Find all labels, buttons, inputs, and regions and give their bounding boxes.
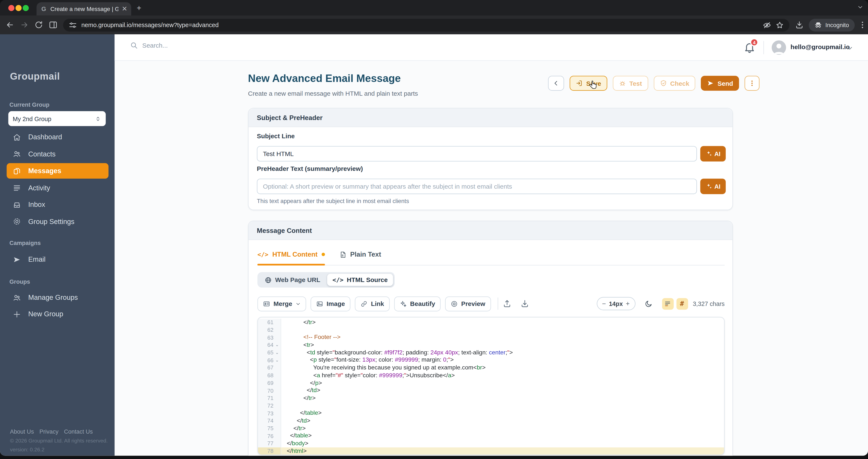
editor-line[interactable]: 73 </table> [258,409,724,417]
user-email[interactable]: hello@groupmail.io [790,44,850,50]
search-placeholder: Search... [142,42,167,49]
beautify-button[interactable]: Beautify [394,296,440,311]
link-icon [361,300,368,307]
editor-line-code: </p> [281,379,322,387]
word-wrap-button[interactable] [662,298,674,309]
search-input[interactable]: Search... [130,41,168,49]
code-editor[interactable]: 61 </tr>6263 <!-- Footer -->64⌄ <tr>65⌄ … [257,317,725,455]
back-icon[interactable] [5,21,14,29]
sidebar-item-messages[interactable]: Messages [6,163,108,179]
sidebar-item-email[interactable]: Email [6,252,108,267]
font-size-stepper[interactable]: − 14px + [596,297,635,310]
ai-label: AI [714,151,720,157]
groupmail-logo[interactable]: Groupmail [10,71,60,83]
tab-close-icon[interactable]: ✕ [122,5,127,12]
sidebar-item-new-group[interactable]: New Group [6,306,108,322]
dark-mode-icon[interactable] [644,300,652,308]
sidebar-item-activity[interactable]: Activity [6,180,108,195]
editor-line[interactable]: 65⌄ <td style="background-color: #f9f7f2… [258,349,724,357]
tab-plain-text[interactable]: Plain Text [339,251,381,258]
check-label: Check [670,80,689,87]
html-source-toggle[interactable]: </> HTML Source [327,274,393,286]
editor-line[interactable]: 70 </td> [258,387,724,394]
more-actions-button[interactable] [745,76,760,91]
fold-chevron-icon[interactable]: ⌄ [273,350,281,355]
tab-search-chevron-icon[interactable] [857,4,864,10]
browser-window: G Create a new Message | Grou ✕ + nemo.g… [0,0,868,459]
editor-line[interactable]: 74 </td> [258,417,724,425]
about-us-link[interactable]: About Us [10,428,34,435]
download-icon[interactable] [520,299,529,308]
subject-line-label: Subject Line [257,133,295,139]
site-controls-icon[interactable] [69,21,77,29]
minimize-window-button[interactable] [16,5,22,11]
link-button[interactable]: Link [355,296,390,311]
preheader-ai-button[interactable]: AI [700,179,725,194]
editor-line[interactable]: 64⌄ <tr> [258,341,724,349]
editor-line[interactable]: 62 [258,326,724,334]
avatar[interactable] [772,40,786,55]
preheader-input[interactable] [257,179,697,194]
font-size-decrease[interactable]: − [602,300,606,307]
editor-line[interactable]: 75 </tr> [258,425,724,432]
font-size-increase[interactable]: + [626,300,629,307]
reload-icon[interactable] [34,21,43,29]
sidebar-item-contacts[interactable]: Contacts [6,146,108,162]
subject-line-input[interactable] [257,146,697,162]
new-tab-button[interactable]: + [137,3,141,12]
subject-ai-button[interactable]: AI [700,146,725,162]
sidebar-item-label: Group Settings [28,218,74,226]
fold-chevron-icon[interactable]: ⌄ [273,342,281,348]
test-button[interactable]: Test [613,76,648,91]
sidebar-item-inbox[interactable]: Inbox [6,197,108,212]
sidebar-item-label: Manage Groups [28,294,78,301]
tab-html-content[interactable]: </> HTML Content [257,251,325,258]
editor-line[interactable]: 61 </tr> [258,319,724,326]
editor-line[interactable]: 76 </table> [258,432,724,440]
editor-line[interactable]: 66⌄ <p style="font-size: 13px; color: #9… [258,356,724,364]
tab-label: HTML Content [272,251,318,258]
bookmark-star-icon[interactable] [776,21,784,29]
downloads-icon[interactable] [795,21,804,29]
address-bar[interactable]: nemo.groupmail.io/messages/new?type=adva… [63,19,789,31]
sidebar-item-dashboard[interactable]: Dashboard [6,129,108,145]
preview-button[interactable]: Preview [445,296,491,311]
editor-line[interactable]: 63 <!-- Footer --> [258,334,724,341]
editor-line[interactable]: 69 </p> [258,379,724,387]
editor-line[interactable]: 77</body> [258,440,724,447]
send-button[interactable]: Send [701,76,739,91]
forward-icon[interactable] [20,21,29,29]
url-text[interactable]: nemo.groupmail.io/messages/new?type=adva… [82,22,758,28]
back-button[interactable] [548,76,564,91]
upload-icon[interactable] [502,299,512,308]
line-numbers-button[interactable]: # [676,298,688,309]
editor-line[interactable]: 72 [258,402,724,409]
editor-line[interactable]: 78</html> [258,447,724,455]
close-window-button[interactable] [8,5,14,11]
browser-menu-icon[interactable] [858,21,867,29]
documents-icon [13,167,21,175]
image-button[interactable]: Image [310,296,350,311]
eye-off-icon[interactable] [763,21,771,29]
web-page-url-toggle[interactable]: Web Page URL [259,274,326,286]
person-icon [772,40,786,55]
webpage: Groupmail Current Group My 2nd Group Das… [0,34,868,456]
editor-line-code: <td style="background-color: #f9f7f2; pa… [281,349,513,357]
contact-us-link[interactable]: Contact Us [64,428,93,435]
current-group-select[interactable]: My 2nd Group [8,111,106,126]
sidebar-item-manage-groups[interactable]: Manage Groups [6,290,108,305]
sidebar-item-group-settings[interactable]: Group Settings [6,214,108,229]
fold-chevron-icon[interactable]: ⌄ [273,358,281,363]
side-panel-icon[interactable] [49,21,58,29]
zoom-window-button[interactable] [23,5,29,11]
notifications-button[interactable]: 4 [743,41,755,54]
chevron-down-icon[interactable] [846,45,853,52]
privacy-link[interactable]: Privacy [39,428,59,435]
editor-line[interactable]: 67 You're receiving this because you sig… [258,364,724,371]
browser-tab[interactable]: G Create a new Message | Grou ✕ [36,2,131,15]
editor-line[interactable]: 71 </tr> [258,394,724,402]
merge-button[interactable]: Merge [257,296,306,311]
editor-line[interactable]: 68 <a href="#" style="color: #999999;">U… [258,371,724,379]
check-button[interactable]: Check [654,76,695,91]
users-icon [13,150,21,158]
